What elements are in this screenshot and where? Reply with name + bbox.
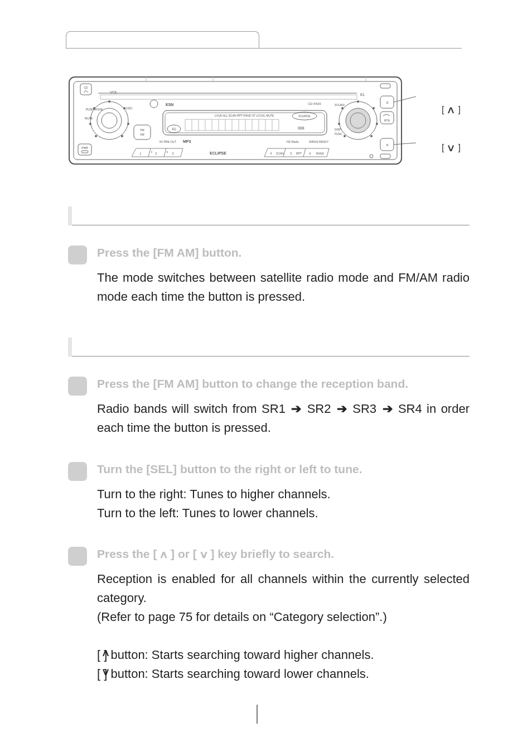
lcd-digits: 888 bbox=[298, 126, 304, 130]
svg-rect-16 bbox=[134, 125, 151, 139]
btn-pwr[interactable]: PWR bbox=[81, 146, 88, 150]
svg-rect-18 bbox=[78, 144, 91, 155]
svg-rect-19 bbox=[81, 151, 88, 153]
step-text: The mode switches between satellite radi… bbox=[97, 268, 470, 306]
chapter-tab bbox=[66, 31, 259, 49]
svg-text:RAND: RAND bbox=[316, 152, 325, 155]
svg-point-57 bbox=[341, 107, 344, 109]
label-vol: VOL bbox=[110, 90, 118, 94]
section-rule bbox=[72, 225, 470, 225]
svg-point-53 bbox=[376, 123, 378, 125]
svg-point-62 bbox=[370, 155, 373, 158]
chevron-down-icon: ∨ bbox=[199, 548, 209, 561]
svg-point-49 bbox=[346, 108, 370, 133]
footer-divider bbox=[257, 705, 258, 724]
device-figure: CD VOL EL bbox=[68, 76, 470, 167]
btn-cd[interactable]: CD bbox=[84, 86, 88, 89]
svg-point-54 bbox=[370, 135, 373, 137]
preset-1[interactable]: 1 bbox=[140, 152, 142, 155]
btn-up[interactable]: ∧ bbox=[386, 100, 389, 104]
section-tune: Press the [FM AM] button to change the r… bbox=[68, 338, 470, 683]
arrow-right-icon: ➔ bbox=[383, 402, 393, 416]
label-disp[interactable]: DISP bbox=[335, 128, 341, 131]
svg-point-55 bbox=[344, 135, 346, 137]
step-2b: Turn the [SEL] button to the right or le… bbox=[68, 461, 470, 523]
btn-down[interactable]: ∨ bbox=[386, 143, 389, 147]
svg-point-56 bbox=[338, 123, 340, 125]
svg-text:SCAN: SCAN bbox=[276, 152, 284, 155]
svg-rect-4 bbox=[100, 95, 357, 99]
label-hd: HD Radio bbox=[287, 140, 299, 143]
label-disc[interactable]: DISC bbox=[126, 107, 133, 110]
svg-line-44 bbox=[303, 148, 306, 157]
svg-point-13 bbox=[95, 135, 97, 137]
chevron-down-icon: ∨ bbox=[447, 142, 456, 154]
preset-row: 1 ∨ 2 ∧ 3 4 SCAN 5 RPT 6 RAND bbox=[132, 148, 329, 157]
svg-text:RPT: RPT bbox=[296, 152, 302, 155]
step-text: Radio bands will switch from SR1 ➔ SR2 ➔… bbox=[97, 399, 470, 437]
preset-6[interactable]: 6 bbox=[309, 152, 311, 155]
callout-up-button: [ ∧ ] bbox=[442, 104, 470, 116]
label-preout: 5V PRE OUT bbox=[159, 140, 176, 143]
svg-point-51 bbox=[357, 100, 359, 103]
label-eclipse: ECLIPSE bbox=[210, 151, 226, 155]
step-title: Press the [FM AM] button to change the r… bbox=[97, 377, 470, 391]
step-bullet bbox=[68, 245, 87, 264]
svg-point-20 bbox=[150, 100, 158, 108]
lcd-indicators: LOUD ALL SCAN RPT RAND ST LOCAL MUTE bbox=[215, 114, 274, 117]
car-stereo-illustration: CD VOL EL bbox=[68, 76, 416, 165]
section-bar bbox=[68, 206, 72, 225]
svg-rect-2 bbox=[80, 84, 91, 95]
section-rule bbox=[72, 356, 470, 357]
preset-3[interactable]: 3 bbox=[172, 152, 174, 155]
svg-point-14 bbox=[89, 123, 91, 125]
step-2a: Press the [FM AM] button to change the r… bbox=[68, 375, 470, 437]
svg-point-8 bbox=[101, 113, 117, 128]
step-title: Turn the [SEL] button to the right or le… bbox=[97, 463, 470, 476]
chevron-up-icon: ∧ bbox=[447, 104, 456, 116]
step-bullet bbox=[68, 462, 87, 481]
preset-4[interactable]: 4 bbox=[270, 152, 272, 155]
arrow-right-icon: ➔ bbox=[291, 402, 301, 416]
callout-down-button: [ ∨ ] bbox=[442, 142, 470, 154]
label-sound[interactable]: SOUND bbox=[335, 103, 345, 107]
svg-rect-61 bbox=[380, 154, 390, 158]
svg-point-12 bbox=[121, 135, 123, 137]
section-bar bbox=[68, 338, 72, 357]
svg-point-7 bbox=[97, 108, 122, 133]
label-mp3: MP3 bbox=[183, 139, 191, 143]
top-rule bbox=[66, 48, 462, 49]
label-sirius: SIRIUS READY bbox=[309, 140, 329, 143]
svg-text:∧: ∧ bbox=[166, 150, 168, 153]
label-func[interactable]: FUNC bbox=[335, 132, 342, 136]
svg-rect-5 bbox=[380, 84, 390, 88]
svg-point-10 bbox=[123, 107, 125, 109]
step-1a: Press the [FM AM] button. The mode switc… bbox=[68, 244, 470, 306]
btn-eq[interactable]: EQ bbox=[172, 127, 176, 131]
right-knob-cluster: SOUND DISP FUNC bbox=[335, 100, 378, 139]
btn-rtn[interactable]: RTN bbox=[384, 119, 390, 122]
svg-text:∨: ∨ bbox=[151, 150, 153, 153]
arrow-right-icon: ➔ bbox=[337, 402, 347, 416]
preset-2[interactable]: 2 bbox=[156, 152, 157, 155]
brand: ESN bbox=[166, 103, 173, 107]
label-mute[interactable]: MUTE bbox=[85, 117, 93, 120]
svg-point-11 bbox=[127, 123, 129, 125]
step-bullet bbox=[68, 377, 87, 396]
btn-source[interactable]: SOURCE bbox=[298, 114, 311, 118]
label-push-mode: PUSH-MODE bbox=[86, 108, 103, 111]
chevron-up-icon: ∧ bbox=[159, 548, 168, 561]
left-knob-cluster: MUTE PUSH-MODE DISC bbox=[85, 100, 133, 139]
chevron-up-icon: ∧ bbox=[101, 646, 110, 661]
step-title: Press the [FM AM] button. bbox=[97, 246, 470, 259]
step-bullet bbox=[68, 547, 87, 566]
step-2c: Press the [ ∧ ] or [ ∨ ] key briefly to … bbox=[68, 546, 470, 684]
preset-5[interactable]: 5 bbox=[291, 152, 292, 155]
step-text: Reception is enabled for all channels wi… bbox=[97, 570, 470, 684]
btn-fm-am[interactable]: FM bbox=[140, 128, 144, 132]
svg-point-52 bbox=[373, 107, 375, 109]
label-el: EL bbox=[360, 93, 365, 97]
svg-point-9 bbox=[108, 100, 110, 103]
section-switch-mode: Press the [FM AM] button. The mode switc… bbox=[68, 206, 470, 306]
step-text: Turn to the right: Tunes to higher chann… bbox=[97, 485, 470, 523]
